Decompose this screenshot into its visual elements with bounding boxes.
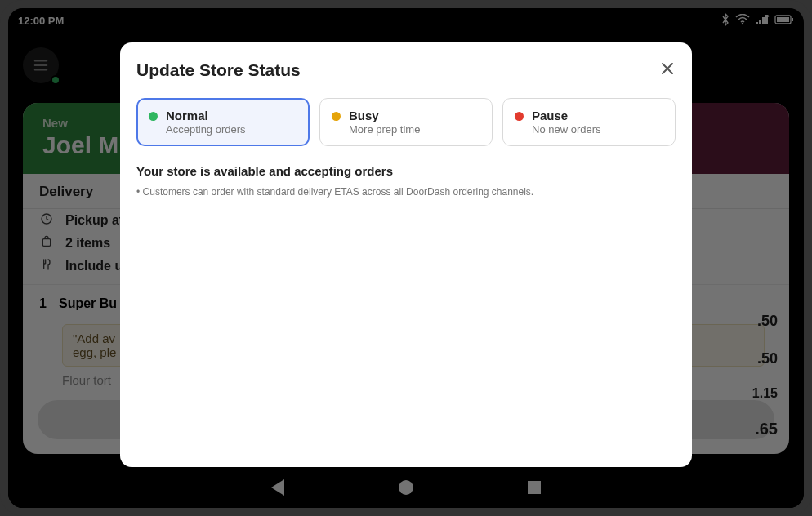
status-option-title: Busy bbox=[349, 109, 420, 122]
status-dot-icon bbox=[515, 112, 524, 121]
status-option-title: Pause bbox=[532, 109, 601, 122]
status-option-pause[interactable]: Pause No new orders bbox=[502, 98, 676, 146]
status-dot-icon bbox=[332, 112, 341, 121]
status-detail-title: Your store is available and accepting or… bbox=[136, 164, 676, 178]
status-dot-icon bbox=[149, 112, 158, 121]
status-option-subtitle: No new orders bbox=[532, 123, 601, 136]
status-option-normal[interactable]: Normal Accepting orders bbox=[136, 98, 310, 146]
status-option-title: Normal bbox=[166, 109, 246, 122]
modal-title: Update Store Status bbox=[136, 60, 676, 80]
status-detail-body: • Customers can order with standard deli… bbox=[136, 186, 676, 198]
tablet-frame: 12:00 PM 5G New bbox=[0, 0, 812, 516]
status-option-subtitle: More prep time bbox=[349, 123, 420, 136]
modal-overlay[interactable]: Update Store Status Normal Accepting ord… bbox=[8, 8, 804, 508]
update-store-status-modal: Update Store Status Normal Accepting ord… bbox=[120, 42, 692, 467]
close-icon[interactable] bbox=[656, 57, 679, 80]
status-option-subtitle: Accepting orders bbox=[166, 123, 246, 136]
status-options: Normal Accepting orders Busy More prep t… bbox=[136, 98, 676, 146]
status-option-busy[interactable]: Busy More prep time bbox=[319, 98, 493, 146]
